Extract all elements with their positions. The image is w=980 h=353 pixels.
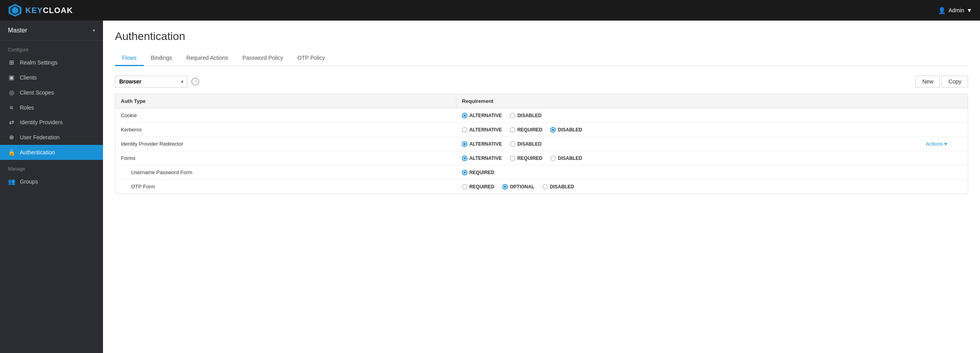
sidebar-item-authentication[interactable]: 🔒 Authentication	[0, 145, 103, 160]
brand-text: KEYCLOAK	[25, 6, 73, 15]
radio-identity-provider-redirector-disabled[interactable]: DISABLED	[510, 141, 541, 147]
radio-label-disabled: DISABLED	[558, 156, 582, 161]
actions-cell-kerberos	[921, 123, 968, 137]
table-row: CookieALTERNATIVEDISABLED	[115, 108, 968, 123]
radio-cookie-disabled[interactable]: DISABLED	[510, 113, 541, 118]
toolbar-left: BrowserDirect GrantRegistrationHTTP Chal…	[115, 76, 199, 87]
radio-btn-identity-provider-redirector-alternative	[462, 141, 467, 147]
user-chevron-icon: ▼	[967, 7, 972, 13]
content-area: Authentication FlowsBindingsRequired Act…	[103, 21, 980, 353]
sidebar-item-label: Groups	[20, 178, 38, 185]
col-requirement: Requirement	[456, 94, 968, 108]
realm-chevron-icon: ▾	[93, 28, 95, 33]
client-scopes-icon: ◎	[8, 89, 15, 96]
actions-dropdown-link[interactable]: Actions ▾	[926, 141, 963, 147]
sidebar-item-identity-providers[interactable]: ⇄ Identity Providers	[0, 115, 103, 130]
radio-forms-disabled[interactable]: DISABLED	[550, 156, 582, 161]
sidebar-item-label: Authentication	[20, 149, 55, 156]
auth-table-body: CookieALTERNATIVEDISABLEDKerberosALTERNA…	[115, 108, 968, 194]
groups-icon: 👥	[8, 178, 15, 185]
radio-otp-form-optional[interactable]: OPTIONAL	[502, 184, 534, 190]
new-button[interactable]: New	[915, 76, 940, 87]
radio-label-alternative: ALTERNATIVE	[469, 127, 502, 133]
radio-label-disabled: DISABLED	[550, 184, 574, 190]
flow-select[interactable]: BrowserDirect GrantRegistrationHTTP Chal…	[115, 76, 187, 87]
radio-label-disabled: DISABLED	[558, 127, 582, 133]
actions-label: Actions	[926, 141, 943, 147]
tab-required-actions[interactable]: Required Actions	[179, 51, 235, 66]
radio-forms-alternative[interactable]: ALTERNATIVE	[462, 156, 502, 161]
page-title: Authentication	[115, 30, 968, 43]
radio-btn-kerberos-required	[510, 127, 515, 133]
sidebar-item-label: User Federation	[20, 134, 59, 140]
auth-table: Auth Type Requirement CookieALTERNATIVED…	[115, 94, 968, 194]
brand: KEYCLOAK	[8, 3, 73, 17]
radio-username-password-form-required[interactable]: REQUIRED	[462, 170, 494, 175]
actions-cell-identity-provider-redirector: Actions ▾	[921, 137, 968, 151]
sidebar-item-roles[interactable]: ≡ Roles	[0, 100, 103, 115]
tab-flows[interactable]: Flows	[115, 51, 144, 66]
authentication-icon: 🔒	[8, 149, 15, 156]
radio-kerberos-required[interactable]: REQUIRED	[510, 127, 542, 133]
actions-cell-username-password-form	[921, 165, 968, 180]
radio-label-alternative: ALTERNATIVE	[469, 113, 502, 118]
sidebar-item-groups[interactable]: 👥 Groups	[0, 174, 103, 189]
radio-btn-forms-alternative	[462, 156, 467, 161]
copy-button[interactable]: Copy	[942, 76, 968, 87]
toolbar-right: New Copy	[915, 76, 968, 87]
requirement-identity-provider-redirector: ALTERNATIVEDISABLED	[456, 137, 921, 151]
tabs-bar: FlowsBindingsRequired ActionsPassword Po…	[115, 51, 968, 66]
sidebar-item-label: Identity Providers	[20, 119, 63, 125]
radio-btn-otp-form-optional	[502, 184, 508, 190]
sidebar-item-realm-settings[interactable]: ⊞ Realm Settings	[0, 55, 103, 70]
radio-label-required: REQUIRED	[517, 156, 542, 161]
radio-btn-cookie-alternative	[462, 113, 467, 118]
radio-kerberos-alternative[interactable]: ALTERNATIVE	[462, 127, 502, 133]
sidebar-item-client-scopes[interactable]: ◎ Client Scopes	[0, 85, 103, 100]
radio-btn-kerberos-alternative	[462, 127, 467, 133]
radio-btn-identity-provider-redirector-disabled	[510, 141, 515, 147]
realm-selector[interactable]: Master ▾	[0, 21, 103, 41]
manage-section-label: Manage	[0, 160, 103, 174]
tab-otp-policy[interactable]: OTP Policy	[290, 51, 332, 66]
tab-password-policy[interactable]: Password Policy	[235, 51, 290, 66]
sidebar-item-user-federation[interactable]: ⊕ User Federation	[0, 130, 103, 145]
radio-label-alternative: ALTERNATIVE	[469, 156, 502, 161]
requirement-kerberos: ALTERNATIVEREQUIREDDISABLED	[456, 123, 921, 137]
requirement-username-password-form: REQUIRED	[456, 165, 921, 180]
radio-label-required: REQUIRED	[517, 127, 542, 133]
sidebar-manage-items: 👥 Groups	[0, 174, 103, 189]
tab-bindings[interactable]: Bindings	[144, 51, 179, 66]
auth-type-username-password-form: Username Password Form	[115, 165, 456, 180]
auth-type-kerberos: Kerberos	[115, 123, 456, 137]
radio-label-disabled: DISABLED	[517, 141, 541, 147]
radio-otp-form-required[interactable]: REQUIRED	[462, 184, 494, 190]
radio-forms-required[interactable]: REQUIRED	[510, 156, 542, 161]
sidebar-item-label: Client Scopes	[20, 89, 54, 96]
radio-label-alternative: ALTERNATIVE	[469, 141, 502, 147]
radio-label-required: REQUIRED	[469, 184, 494, 190]
keycloak-logo-icon	[8, 3, 22, 17]
sidebar-item-clients[interactable]: ▣ Clients	[0, 70, 103, 85]
table-row: OTP FormREQUIREDOPTIONALDISABLED	[115, 180, 968, 194]
help-icon[interactable]: ?	[191, 78, 199, 85]
user-menu[interactable]: 👤 Admin ▼	[938, 7, 972, 14]
radio-label-required: REQUIRED	[469, 170, 494, 175]
table-row: KerberosALTERNATIVEREQUIREDDISABLED	[115, 123, 968, 137]
radio-otp-form-disabled[interactable]: DISABLED	[542, 184, 574, 190]
auth-type-cookie: Cookie	[115, 108, 456, 123]
radio-cookie-alternative[interactable]: ALTERNATIVE	[462, 113, 502, 118]
radio-identity-provider-redirector-alternative[interactable]: ALTERNATIVE	[462, 141, 502, 147]
radio-btn-forms-required	[510, 156, 515, 161]
radio-btn-username-password-form-required	[462, 170, 467, 175]
col-auth-type: Auth Type	[115, 94, 456, 108]
realm-settings-icon: ⊞	[8, 59, 15, 66]
actions-cell-otp-form	[921, 180, 968, 194]
radio-kerberos-disabled[interactable]: DISABLED	[550, 127, 582, 133]
sidebar-item-label: Roles	[20, 104, 34, 111]
auth-type-otp-form: OTP Form	[115, 180, 456, 194]
actions-chevron-icon: ▾	[944, 141, 947, 147]
actions-cell-forms	[921, 151, 968, 165]
flow-select-wrapper[interactable]: BrowserDirect GrantRegistrationHTTP Chal…	[115, 76, 187, 87]
sidebar-item-label: Clients	[20, 74, 37, 81]
